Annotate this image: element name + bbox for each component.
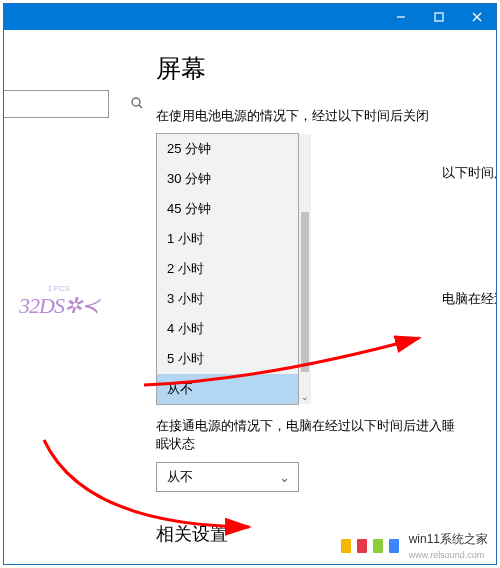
logo-square [357, 539, 367, 553]
chevron-down-icon: ⌄ [279, 469, 290, 484]
dropdown-option[interactable]: 从不 [157, 374, 298, 404]
dropdown-option[interactable]: 1 小时 [157, 224, 298, 254]
footer-site-url: www.relsound.com [409, 550, 485, 560]
search-input[interactable] [4, 97, 130, 111]
chevron-down-icon: ⌄ [299, 392, 311, 402]
left-pane: 3 PCS 32DS✲≺ [4, 30, 134, 564]
sleep-timeout-dropdown[interactable]: 从不 ⌄ [156, 462, 299, 492]
logo-square [389, 539, 399, 553]
titlebar [4, 4, 496, 30]
label-plugged-sleep: 在接通电源的情况下，电脑在经过以下时间后进入睡眠状态 [156, 417, 466, 453]
footer-watermark: win11系统之家 www.relsound.com [341, 531, 488, 560]
dropdown-option[interactable]: 45 分钟 [157, 194, 298, 224]
page-title: 屏幕 [156, 52, 466, 85]
dropdown-option[interactable]: 4 小时 [157, 314, 298, 344]
scrollbar-thumb[interactable] [301, 212, 309, 372]
other-power-settings-link[interactable]: 其他电源设置 [156, 562, 466, 564]
footer-site-name: win11系统之家 [409, 532, 488, 546]
sleep-timeout-value: 从不 [167, 468, 193, 486]
dropdown-option[interactable]: 25 分钟 [157, 134, 298, 164]
settings-window: 3 PCS 32DS✲≺ 屏幕 在使用电池电源的情况下，经过以下时间后关闭 25… [3, 3, 497, 565]
dropdown-option[interactable]: 2 小时 [157, 254, 298, 284]
label-battery-screen-off: 在使用电池电源的情况下，经过以下时间后关闭 [156, 107, 466, 125]
screen-timeout-dropdown[interactable]: 25 分钟30 分钟45 分钟1 小时2 小时3 小时4 小时5 小时从不 ⌄ [156, 133, 299, 405]
label-plugged-screen-off-partial: 以下时间后关闭 [442, 164, 496, 182]
maximize-button[interactable] [420, 4, 458, 30]
minimize-button[interactable] [382, 4, 420, 30]
logo-square [341, 539, 351, 553]
search-field[interactable] [4, 90, 109, 118]
svg-rect-1 [435, 13, 443, 21]
decorative-watermark: 3 PCS 32DS✲≺ [19, 285, 98, 318]
dropdown-option[interactable]: 3 小时 [157, 284, 298, 314]
label-plugged-sleep-partial: 电脑在经过以下时间后进入 [442, 290, 496, 308]
dropdown-option[interactable]: 30 分钟 [157, 164, 298, 194]
main-content: 屏幕 在使用电池电源的情况下，经过以下时间后关闭 25 分钟30 分钟45 分钟… [134, 30, 496, 564]
dropdown-option[interactable]: 5 小时 [157, 344, 298, 374]
dropdown-scrollbar[interactable]: ⌄ [299, 134, 311, 404]
logo-square [373, 539, 383, 553]
close-button[interactable] [458, 4, 496, 30]
